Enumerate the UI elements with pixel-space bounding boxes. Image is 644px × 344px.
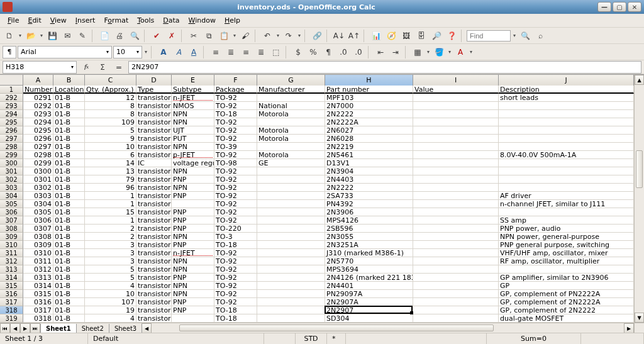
cell[interactable]: 0314: [23, 282, 53, 290]
col-header-G[interactable]: G: [257, 75, 325, 86]
font-size-combo[interactable]: 10▾: [113, 46, 142, 58]
cell[interactable]: 79: [85, 175, 136, 184]
cell[interactable]: TO-92: [214, 192, 257, 200]
cell[interactable]: [257, 118, 325, 126]
gallery-button[interactable]: 🖼: [399, 29, 413, 43]
cell[interactable]: PNP power, audio: [499, 225, 634, 233]
zoom-button[interactable]: 🔎: [430, 29, 443, 43]
cell[interactable]: 8.0V-40.0V 500mA-1A: [499, 151, 634, 159]
hscroll-left-button[interactable]: ◀: [142, 323, 152, 333]
cell[interactable]: 1: [85, 216, 136, 225]
cell[interactable]: 01-B: [53, 216, 85, 225]
cell[interactable]: 0306: [23, 216, 53, 225]
cell[interactable]: 01-B: [53, 257, 85, 265]
menu-insert[interactable]: Insert: [72, 15, 99, 26]
cell[interactable]: p-JFET: [172, 151, 214, 159]
cell[interactable]: dual-gate MOSFET: [499, 314, 634, 323]
print-button[interactable]: 🖨: [113, 29, 126, 43]
cell[interactable]: NPN: [172, 143, 214, 151]
cell[interactable]: TO-92: [214, 118, 257, 126]
row-header[interactable]: 298: [0, 143, 23, 151]
cell[interactable]: [257, 257, 325, 265]
increase-indent-button[interactable]: ⇥: [389, 45, 402, 59]
paste-dropdown[interactable]: ▾: [232, 29, 237, 43]
cell[interactable]: 0298: [23, 151, 53, 159]
grid[interactable]: 1NumberLocationQty. (Approx.)TypeSubtype…: [0, 86, 634, 323]
cell[interactable]: PNP: [172, 306, 214, 314]
chart-button[interactable]: 📊: [369, 29, 383, 43]
cell[interactable]: 2N4403: [325, 175, 413, 184]
cell[interactable]: transistor: [136, 314, 172, 323]
sheet-tab[interactable]: Sheet1: [40, 324, 77, 333]
cell[interactable]: [499, 175, 634, 184]
scroll-down-button[interactable]: ▼: [635, 313, 644, 323]
sort-desc-button[interactable]: A↑: [347, 29, 361, 43]
cell[interactable]: GP, complement of 2N2222: [499, 306, 634, 314]
header-cell[interactable]: Type: [136, 86, 172, 94]
cell[interactable]: 2N2219: [325, 143, 413, 151]
currency-button[interactable]: $: [291, 45, 305, 59]
cell[interactable]: 0302: [23, 184, 53, 192]
scroll-up-button[interactable]: ▲: [635, 75, 644, 85]
menu-file[interactable]: File: [4, 15, 23, 26]
cell[interactable]: transistor: [136, 306, 172, 314]
cell[interactable]: MPS3694: [325, 265, 413, 274]
cell[interactable]: 2SB596: [325, 225, 413, 233]
row-header[interactable]: 304: [0, 192, 23, 200]
cell[interactable]: 1: [85, 192, 136, 200]
cell[interactable]: 0312: [23, 265, 53, 274]
decrease-indent-button[interactable]: ⇤: [374, 45, 387, 59]
cell[interactable]: 01-B: [53, 274, 85, 282]
edit-file-button[interactable]: ✎: [75, 29, 89, 43]
cell[interactable]: [413, 184, 499, 192]
col-header-E[interactable]: E: [172, 75, 214, 86]
cell[interactable]: 2N3055: [325, 233, 413, 241]
cell[interactable]: 01-B: [53, 167, 85, 175]
cell[interactable]: 0301: [23, 175, 53, 184]
italic-button[interactable]: A: [172, 45, 186, 59]
cell[interactable]: 2N5461: [325, 151, 413, 159]
cell[interactable]: transistor: [136, 249, 172, 257]
cell[interactable]: 2N3904: [325, 167, 413, 175]
export-pdf-button[interactable]: 📄: [97, 29, 111, 43]
col-header-D[interactable]: D: [136, 75, 172, 86]
tab-next-button[interactable]: ▶: [20, 323, 30, 333]
percent-button[interactable]: %: [306, 45, 320, 59]
cell[interactable]: TO-92: [214, 135, 257, 143]
merge-cells-button[interactable]: ⬚: [269, 45, 283, 59]
row-header[interactable]: 309: [0, 233, 23, 241]
cell[interactable]: 0303: [23, 192, 53, 200]
cell[interactable]: transistor: [136, 110, 172, 118]
cell[interactable]: 4: [85, 282, 136, 290]
cell[interactable]: TO-92: [214, 175, 257, 184]
cell[interactable]: [257, 200, 325, 208]
cell[interactable]: 0297: [23, 143, 53, 151]
cell[interactable]: PN29097A: [325, 290, 413, 298]
cell[interactable]: [413, 314, 499, 323]
hscroll-track[interactable]: [154, 323, 624, 333]
cell[interactable]: 0316: [23, 298, 53, 306]
cell[interactable]: 01-B: [53, 192, 85, 200]
cell[interactable]: 19: [85, 306, 136, 314]
cell[interactable]: 0300: [23, 167, 53, 175]
save-button[interactable]: 💾: [45, 29, 59, 43]
find-input[interactable]: [467, 30, 511, 42]
row-header[interactable]: 316: [0, 290, 23, 298]
bold-button[interactable]: A: [157, 45, 170, 59]
maximize-button[interactable]: ▢: [613, 2, 626, 12]
col-header-A[interactable]: A: [23, 75, 53, 86]
tab-last-button[interactable]: ⏭: [30, 323, 40, 333]
cell[interactable]: [413, 274, 499, 282]
cell[interactable]: TO-39: [214, 143, 257, 151]
cell[interactable]: MPF103: [325, 94, 413, 102]
status-style[interactable]: Default: [88, 333, 264, 344]
vscroll-thumb[interactable]: [636, 150, 643, 188]
cell[interactable]: [257, 298, 325, 306]
cell[interactable]: [413, 126, 499, 135]
fontcolor-dropdown[interactable]: ▾: [469, 45, 474, 59]
menu-data[interactable]: Data: [159, 15, 183, 26]
cell[interactable]: [257, 175, 325, 184]
cell[interactable]: 0307: [23, 225, 53, 233]
cell[interactable]: [257, 143, 325, 151]
header-cell[interactable]: Description: [499, 86, 634, 94]
